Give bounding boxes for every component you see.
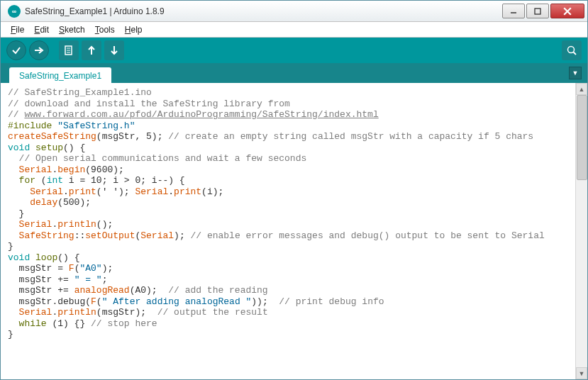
svg-rect-1 — [535, 9, 540, 14]
upload-button[interactable] — [29, 40, 49, 60]
code-token: println — [57, 307, 96, 318]
code-token: } — [8, 208, 24, 219]
code-link[interactable]: www.forward.com.au/pfod/ArduinoProgrammi… — [24, 109, 378, 120]
window-title: SafeString_Example1 | Arduino 1.8.9 — [25, 6, 502, 16]
code-editor[interactable]: // SafeString_Example1.ino // download a… — [1, 83, 587, 379]
code-token: // add the reading — [168, 285, 267, 296]
code-token: F — [69, 263, 74, 274]
code-token: #include — [8, 121, 52, 131]
code-token: . — [168, 186, 174, 197]
code-token: (500); — [57, 197, 91, 208]
code-token: (); — [96, 219, 113, 230]
window-controls — [502, 4, 584, 18]
code-token: SafeString — [8, 230, 74, 241]
open-sketch-button[interactable] — [82, 40, 101, 60]
new-sketch-button[interactable] — [59, 40, 79, 60]
code-token: . — [63, 186, 69, 197]
code-token: " After adding analogRead " — [102, 296, 252, 307]
menu-sketch[interactable]: Sketch — [55, 23, 89, 36]
code-token: void — [8, 142, 30, 153]
close-button[interactable] — [550, 4, 584, 18]
code-token: ( — [35, 175, 47, 186]
menu-help[interactable]: Help — [121, 23, 147, 36]
code-token: // print debug info — [279, 296, 384, 307]
code-token: // stop here — [91, 318, 157, 329]
code-token: (' '); — [96, 186, 135, 197]
vertical-scrollbar[interactable]: ▲ ▼ — [575, 83, 587, 379]
code-token: (1) {} — [47, 318, 91, 329]
code-token: int — [47, 175, 63, 186]
code-token: // create an empty string called msgStr … — [168, 131, 533, 142]
code-token: // Open serial communications and wait a… — [8, 153, 306, 164]
code-token: } — [8, 241, 13, 252]
code-token: (9600); — [85, 164, 124, 175]
code-token: Serial — [8, 219, 52, 230]
code-token: delay — [8, 197, 57, 208]
code-token: (A0); — [130, 285, 169, 296]
code-token: void — [8, 252, 30, 263]
app-icon: ∞ — [8, 5, 21, 18]
menu-edit[interactable]: Edit — [30, 23, 53, 36]
code-token: Serial — [8, 307, 52, 318]
tab-strip: SafeString_Example1 ▼ — [1, 63, 587, 83]
code-token: } — [8, 329, 13, 340]
code-token: ( — [96, 296, 102, 307]
code-token: ; — [102, 274, 108, 285]
menu-file[interactable]: File — [6, 23, 28, 36]
code-token: :: — [74, 230, 86, 241]
svg-line-12 — [574, 52, 577, 55]
toolbar — [1, 38, 587, 63]
verify-button[interactable] — [6, 40, 26, 60]
code-token: begin — [57, 164, 85, 175]
code-line: // SafeString_Example1.ino — [8, 87, 152, 98]
code-token: msgStr.debug( — [8, 296, 91, 307]
code-token: analogRead — [74, 285, 130, 296]
code-token: (msgStr); — [96, 307, 157, 318]
code-token: msgStr = — [8, 263, 69, 274]
code-token: for — [8, 175, 35, 186]
menu-bar: File Edit Sketch Tools Help — [1, 22, 587, 38]
code-line: // — [8, 109, 24, 120]
code-token: "A0" — [79, 263, 101, 274]
code-token: ); — [102, 263, 113, 274]
code-token: createSafeString — [8, 131, 96, 142]
code-token: setup — [35, 142, 63, 153]
code-line: // download and install the SafeString l… — [8, 99, 290, 109]
maximize-button[interactable] — [526, 4, 549, 18]
scroll-down-arrow-icon[interactable]: ▼ — [576, 367, 587, 379]
code-token: Serial — [140, 230, 174, 241]
code-token: Serial — [135, 186, 168, 197]
code-token: (msgStr, 5); — [96, 131, 168, 142]
code-token: (i); — [201, 186, 223, 197]
code-token: ); — [174, 230, 190, 241]
tab-dropdown-icon[interactable]: ▼ — [569, 67, 582, 79]
code-token: setOutput — [85, 230, 135, 241]
code-token: () { — [57, 252, 79, 263]
code-token: Serial — [8, 186, 63, 197]
svg-point-11 — [568, 47, 575, 53]
code-token: // enable error messages and debug() out… — [190, 230, 544, 241]
minimize-button[interactable] — [502, 4, 525, 18]
scroll-thumb[interactable] — [577, 95, 587, 180]
code-token: " = " — [74, 274, 102, 285]
save-sketch-button[interactable] — [104, 40, 124, 60]
menu-tools[interactable]: Tools — [91, 23, 119, 36]
code-token: "SafeString.h" — [57, 121, 135, 131]
code-token: while — [8, 318, 47, 329]
code-token: () { — [63, 142, 85, 153]
editor-area: // SafeString_Example1.ino // download a… — [1, 83, 587, 379]
code-token: F — [91, 296, 96, 307]
code-token: msgStr += — [8, 274, 74, 285]
code-token: print — [69, 186, 96, 197]
code-token: loop — [35, 252, 57, 263]
title-bar: ∞ SafeString_Example1 | Arduino 1.8.9 — [1, 1, 587, 22]
code-token: println — [57, 219, 96, 230]
scroll-up-arrow-icon[interactable]: ▲ — [576, 83, 587, 95]
code-token: print — [174, 186, 201, 197]
code-token: // output the result — [157, 307, 268, 318]
tab-active[interactable]: SafeString_Example1 — [9, 67, 111, 84]
serial-monitor-button[interactable] — [562, 40, 582, 60]
code-token: msgStr += — [8, 285, 74, 296]
code-token: Serial — [8, 164, 52, 175]
code-token: i = 10; i > 0; i--) { — [63, 175, 185, 186]
